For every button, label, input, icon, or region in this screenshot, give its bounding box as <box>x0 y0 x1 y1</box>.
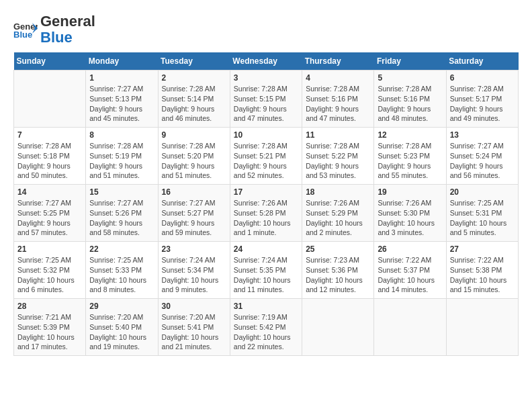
day-info: Sunrise: 7:27 AMSunset: 5:27 PMDaylight:… <box>162 198 226 238</box>
weekday-header-friday: Friday <box>374 52 446 71</box>
day-number: 7 <box>17 130 82 140</box>
day-info: Sunrise: 7:28 AMSunset: 5:16 PMDaylight:… <box>378 84 442 124</box>
day-info: Sunrise: 7:23 AMSunset: 5:36 PMDaylight:… <box>306 255 370 295</box>
day-info: Sunrise: 7:26 AMSunset: 5:30 PMDaylight:… <box>378 198 442 238</box>
weekday-header-monday: Monday <box>86 52 158 71</box>
calendar-cell: 7Sunrise: 7:28 AMSunset: 5:18 PMDaylight… <box>14 128 86 185</box>
day-info: Sunrise: 7:28 AMSunset: 5:20 PMDaylight:… <box>162 141 226 181</box>
calendar-cell: 12Sunrise: 7:28 AMSunset: 5:23 PMDayligh… <box>374 128 446 185</box>
day-info: Sunrise: 7:28 AMSunset: 5:22 PMDaylight:… <box>306 141 370 181</box>
day-number: 1 <box>89 73 154 83</box>
calendar-week-row: 28Sunrise: 7:21 AMSunset: 5:39 PMDayligh… <box>14 299 519 356</box>
day-info: Sunrise: 7:28 AMSunset: 5:14 PMDaylight:… <box>162 84 226 124</box>
calendar-cell: 31Sunrise: 7:19 AMSunset: 5:42 PMDayligh… <box>230 299 302 356</box>
day-info: Sunrise: 7:27 AMSunset: 5:25 PMDaylight:… <box>17 198 82 238</box>
day-info: Sunrise: 7:24 AMSunset: 5:35 PMDaylight:… <box>234 255 298 295</box>
calendar-cell: 27Sunrise: 7:22 AMSunset: 5:38 PMDayligh… <box>446 242 518 299</box>
day-info: Sunrise: 7:27 AMSunset: 5:24 PMDaylight:… <box>450 141 515 181</box>
day-number: 13 <box>450 130 515 140</box>
weekday-header-thursday: Thursday <box>302 52 374 71</box>
day-info: Sunrise: 7:27 AMSunset: 5:13 PMDaylight:… <box>89 84 154 124</box>
day-number: 26 <box>378 244 442 254</box>
calendar-cell <box>446 299 518 356</box>
day-number: 4 <box>306 73 370 83</box>
day-number: 8 <box>89 130 154 140</box>
svg-text:Blue: Blue <box>13 30 32 39</box>
day-number: 25 <box>306 244 370 254</box>
day-number: 9 <box>162 130 226 140</box>
day-number: 14 <box>17 187 82 197</box>
calendar-week-row: 7Sunrise: 7:28 AMSunset: 5:18 PMDaylight… <box>14 128 519 185</box>
logo-text: GeneralBlue <box>40 13 95 46</box>
weekday-header-wednesday: Wednesday <box>230 52 302 71</box>
calendar-cell: 2Sunrise: 7:28 AMSunset: 5:14 PMDaylight… <box>158 71 230 128</box>
calendar-cell: 10Sunrise: 7:28 AMSunset: 5:21 PMDayligh… <box>230 128 302 185</box>
day-info: Sunrise: 7:21 AMSunset: 5:39 PMDaylight:… <box>17 312 82 352</box>
day-info: Sunrise: 7:22 AMSunset: 5:38 PMDaylight:… <box>450 255 515 295</box>
calendar-cell: 18Sunrise: 7:26 AMSunset: 5:29 PMDayligh… <box>302 185 374 242</box>
weekday-header-row: SundayMondayTuesdayWednesdayThursdayFrid… <box>14 52 519 71</box>
calendar-cell: 11Sunrise: 7:28 AMSunset: 5:22 PMDayligh… <box>302 128 374 185</box>
day-number: 27 <box>450 244 515 254</box>
calendar-week-row: 14Sunrise: 7:27 AMSunset: 5:25 PMDayligh… <box>14 185 519 242</box>
day-number: 15 <box>89 187 154 197</box>
day-number: 6 <box>450 73 515 83</box>
day-info: Sunrise: 7:20 AMSunset: 5:40 PMDaylight:… <box>89 312 154 352</box>
day-number: 11 <box>306 130 370 140</box>
day-info: Sunrise: 7:28 AMSunset: 5:17 PMDaylight:… <box>450 84 515 124</box>
day-number: 12 <box>378 130 442 140</box>
calendar-cell: 22Sunrise: 7:25 AMSunset: 5:33 PMDayligh… <box>86 242 158 299</box>
calendar-cell: 6Sunrise: 7:28 AMSunset: 5:17 PMDaylight… <box>446 71 518 128</box>
calendar-cell: 17Sunrise: 7:26 AMSunset: 5:28 PMDayligh… <box>230 185 302 242</box>
day-info: Sunrise: 7:20 AMSunset: 5:41 PMDaylight:… <box>162 312 226 352</box>
day-number: 5 <box>378 73 442 83</box>
day-number: 22 <box>89 244 154 254</box>
day-number: 18 <box>306 187 370 197</box>
calendar-cell: 4Sunrise: 7:28 AMSunset: 5:16 PMDaylight… <box>302 71 374 128</box>
logo: General Blue GeneralBlue <box>13 13 95 46</box>
day-info: Sunrise: 7:27 AMSunset: 5:26 PMDaylight:… <box>89 198 154 238</box>
calendar-cell: 16Sunrise: 7:27 AMSunset: 5:27 PMDayligh… <box>158 185 230 242</box>
calendar-cell: 13Sunrise: 7:27 AMSunset: 5:24 PMDayligh… <box>446 128 518 185</box>
day-info: Sunrise: 7:22 AMSunset: 5:37 PMDaylight:… <box>378 255 442 295</box>
day-info: Sunrise: 7:28 AMSunset: 5:16 PMDaylight:… <box>306 84 370 124</box>
calendar-cell: 26Sunrise: 7:22 AMSunset: 5:37 PMDayligh… <box>374 242 446 299</box>
day-info: Sunrise: 7:28 AMSunset: 5:15 PMDaylight:… <box>234 84 298 124</box>
day-info: Sunrise: 7:28 AMSunset: 5:19 PMDaylight:… <box>89 141 154 181</box>
day-info: Sunrise: 7:28 AMSunset: 5:21 PMDaylight:… <box>234 141 298 181</box>
day-number: 10 <box>234 130 298 140</box>
calendar-cell: 5Sunrise: 7:28 AMSunset: 5:16 PMDaylight… <box>374 71 446 128</box>
calendar-week-row: 1Sunrise: 7:27 AMSunset: 5:13 PMDaylight… <box>14 71 519 128</box>
day-number: 20 <box>450 187 515 197</box>
calendar-cell: 1Sunrise: 7:27 AMSunset: 5:13 PMDaylight… <box>86 71 158 128</box>
calendar-cell: 3Sunrise: 7:28 AMSunset: 5:15 PMDaylight… <box>230 71 302 128</box>
day-number: 31 <box>234 302 298 311</box>
day-number: 23 <box>162 244 226 254</box>
day-number: 3 <box>234 73 298 83</box>
calendar-cell: 25Sunrise: 7:23 AMSunset: 5:36 PMDayligh… <box>302 242 374 299</box>
day-number: 30 <box>162 302 226 311</box>
calendar-cell: 21Sunrise: 7:25 AMSunset: 5:32 PMDayligh… <box>14 242 86 299</box>
calendar-cell: 23Sunrise: 7:24 AMSunset: 5:34 PMDayligh… <box>158 242 230 299</box>
day-number: 2 <box>162 73 226 83</box>
logo-icon: General Blue <box>13 20 38 39</box>
calendar-cell: 20Sunrise: 7:25 AMSunset: 5:31 PMDayligh… <box>446 185 518 242</box>
calendar-cell: 30Sunrise: 7:20 AMSunset: 5:41 PMDayligh… <box>158 299 230 356</box>
calendar-table: SundayMondayTuesdayWednesdayThursdayFrid… <box>13 52 519 356</box>
day-info: Sunrise: 7:26 AMSunset: 5:28 PMDaylight:… <box>234 198 298 238</box>
day-number: 24 <box>234 244 298 254</box>
day-info: Sunrise: 7:25 AMSunset: 5:32 PMDaylight:… <box>17 255 82 295</box>
day-number: 21 <box>17 244 82 254</box>
calendar-cell: 8Sunrise: 7:28 AMSunset: 5:19 PMDaylight… <box>86 128 158 185</box>
page-header: General Blue GeneralBlue <box>13 13 519 46</box>
calendar-cell <box>374 299 446 356</box>
calendar-cell: 14Sunrise: 7:27 AMSunset: 5:25 PMDayligh… <box>14 185 86 242</box>
calendar-week-row: 21Sunrise: 7:25 AMSunset: 5:32 PMDayligh… <box>14 242 519 299</box>
weekday-header-sunday: Sunday <box>14 52 86 71</box>
day-info: Sunrise: 7:25 AMSunset: 5:31 PMDaylight:… <box>450 198 515 238</box>
day-info: Sunrise: 7:19 AMSunset: 5:42 PMDaylight:… <box>234 312 298 352</box>
day-number: 17 <box>234 187 298 197</box>
calendar-cell: 29Sunrise: 7:20 AMSunset: 5:40 PMDayligh… <box>86 299 158 356</box>
day-number: 19 <box>378 187 442 197</box>
day-number: 16 <box>162 187 226 197</box>
